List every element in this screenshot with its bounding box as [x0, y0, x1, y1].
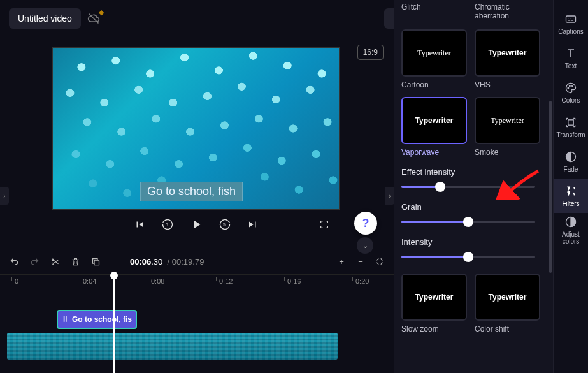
- svg-point-3: [52, 259, 54, 261]
- redo-icon[interactable]: [29, 256, 39, 267]
- video-preview[interactable]: Go to school, fish: [53, 48, 339, 209]
- adjust-icon: [564, 216, 577, 228]
- caption-clip-handle-icon[interactable]: [63, 315, 68, 325]
- effect-tile-smoke[interactable]: TypewriterSmoke: [475, 97, 540, 157]
- help-button[interactable]: ?: [354, 212, 377, 235]
- effect-tile-vaporwave[interactable]: TypewriterVaporwave: [401, 97, 467, 157]
- sidebar-item-text[interactable]: Text: [554, 41, 589, 75]
- svg-point-4: [52, 263, 54, 265]
- sidebar-item-label: Adjust colors: [554, 231, 589, 245]
- split-icon[interactable]: [50, 256, 60, 267]
- effect-thumb: Typewriter: [475, 97, 540, 144]
- timeline-ruler[interactable]: 00:040:080:120:160:20: [0, 274, 394, 289]
- delete-icon[interactable]: [70, 256, 80, 267]
- effect-label: VHS: [475, 80, 540, 89]
- caption-clip[interactable]: Go to school, fis: [57, 310, 137, 329]
- svg-rect-6: [64, 316, 65, 322]
- sidebar-item-colors[interactable]: Colors: [554, 75, 589, 110]
- cloud-sync-off-icon[interactable]: ◆: [87, 12, 100, 25]
- ruler-tick: 0:08: [148, 277, 164, 281]
- skip-end-icon[interactable]: [247, 218, 259, 231]
- zoom-out-icon[interactable]: −: [355, 256, 366, 267]
- effect-thumb: Typewriter: [475, 274, 540, 321]
- effects-row-labels-top: Glitch Chromatic aberration: [401, 0, 545, 20]
- time-readout: 00:06.30 / 00:19.79: [130, 257, 204, 267]
- transform-icon: [564, 116, 577, 129]
- sidebar-item-filters[interactable]: Filters: [554, 179, 589, 213]
- effect-label: Vaporwave: [401, 148, 467, 157]
- play-icon[interactable]: [189, 217, 203, 231]
- effect-label: Cartoon: [401, 80, 467, 89]
- fullscreen-icon[interactable]: [319, 219, 330, 230]
- sidebar-item-label: Captions: [558, 28, 583, 35]
- ruler-tick: 0: [11, 277, 18, 281]
- zoom-in-icon[interactable]: +: [336, 256, 347, 267]
- fade-icon: [564, 150, 577, 163]
- undo-icon[interactable]: [9, 256, 19, 267]
- sidebar-item-fade[interactable]: Fade: [554, 144, 589, 179]
- slider-grain: Grain: [401, 202, 545, 227]
- rewind-5-icon[interactable]: 5: [161, 218, 174, 231]
- sidebar-item-label: Fade: [564, 166, 578, 173]
- ruler-tick: 0:20: [352, 277, 369, 281]
- effect-thumb: Typewriter: [475, 29, 540, 77]
- timeline-toolbar: 00:06.30 / 00:19.79 + −: [0, 251, 394, 272]
- svg-text:CC: CC: [568, 17, 574, 22]
- effect-label: Glitch: [401, 3, 467, 20]
- ruler-tick: 0:12: [216, 277, 233, 281]
- effect-label: Color shift: [475, 325, 540, 333]
- sidebar-item-transform[interactable]: Transform: [554, 110, 589, 144]
- timeline-tracks[interactable]: Go to school, fis: [0, 292, 394, 373]
- effect-tile-cartoon[interactable]: TypewriterCartoon: [401, 29, 467, 89]
- right-sidebar: CCCaptionsTextColorsTransformFadeFilters…: [553, 0, 588, 373]
- palette-icon: [564, 82, 577, 94]
- forward-5-icon[interactable]: 5: [219, 218, 231, 231]
- cc-icon: CC: [564, 13, 577, 26]
- preview-area: Go to school, fish 16:9 5 5: [0, 37, 394, 236]
- sidebar-item-captions[interactable]: CCCaptions: [554, 6, 589, 41]
- slider-label: Grain: [401, 202, 545, 212]
- effect-thumb: Typewriter: [401, 29, 467, 77]
- duplicate-icon[interactable]: [90, 256, 101, 267]
- caption-clip-label: Go to school, fis: [72, 315, 132, 324]
- fit-icon[interactable]: [375, 256, 385, 267]
- slider-track[interactable]: [401, 252, 535, 262]
- sidebar-item-label: Colors: [562, 97, 580, 104]
- effect-tile-color-shift[interactable]: TypewriterColor shift: [475, 274, 540, 333]
- ruler-tick: 0:16: [284, 277, 301, 281]
- effect-tile-slow-zoom[interactable]: TypewriterSlow zoom: [401, 274, 467, 333]
- sidebar-item-adjust-colors[interactable]: Adjust colors: [554, 213, 589, 247]
- slider-track[interactable]: [401, 217, 535, 227]
- premium-badge-icon: ◆: [99, 8, 104, 17]
- slider-intensity: Intensity: [401, 237, 545, 262]
- skip-start-icon[interactable]: [133, 218, 146, 231]
- svg-point-10: [568, 87, 569, 89]
- caption-overlay[interactable]: Go to school, fish: [140, 182, 243, 201]
- playback-controls: 5 5: [53, 216, 339, 233]
- effects-grid-bottom: TypewriterSlow zoomTypewriterColor shift: [401, 274, 545, 333]
- filters-icon: [564, 185, 577, 198]
- sidebar-item-label: Text: [565, 62, 577, 69]
- playhead[interactable]: [113, 273, 115, 373]
- effect-thumb: Typewriter: [401, 97, 467, 144]
- svg-point-11: [570, 85, 571, 86]
- sidebar-item-label: Transform: [556, 131, 585, 138]
- project-title[interactable]: Untitled video: [9, 8, 81, 29]
- effect-label: Chromatic aberration: [475, 3, 540, 20]
- text-icon: [564, 47, 577, 60]
- aspect-ratio-button[interactable]: 16:9: [357, 45, 384, 60]
- svg-rect-7: [66, 316, 67, 322]
- timeline-zoom-group: + −: [336, 256, 385, 267]
- effect-thumb: Typewriter: [401, 274, 467, 321]
- svg-text:5: 5: [166, 223, 168, 227]
- video-clip[interactable]: [7, 333, 338, 360]
- svg-text:5: 5: [223, 223, 226, 227]
- annotation-arrow-icon: [484, 168, 541, 200]
- ruler-tick: 0:04: [80, 277, 96, 281]
- svg-rect-13: [568, 119, 573, 124]
- chevron-down-collapse-icon[interactable]: ⌄: [357, 237, 373, 254]
- effects-scrollbar[interactable]: [549, 101, 552, 273]
- effect-tile-vhs[interactable]: TypewriterVHS: [475, 29, 540, 89]
- effects-grid: TypewriterCartoonTypewriterVHSTypewriter…: [401, 29, 545, 157]
- effect-label: Slow zoom: [401, 325, 467, 333]
